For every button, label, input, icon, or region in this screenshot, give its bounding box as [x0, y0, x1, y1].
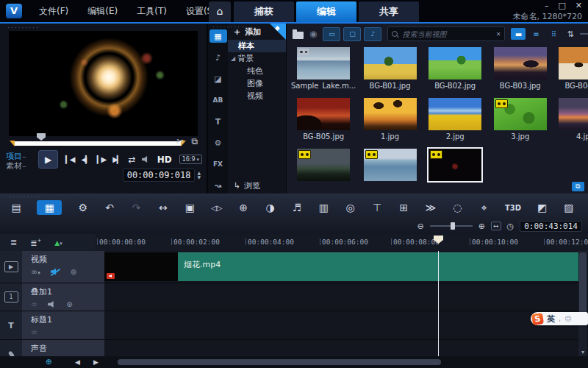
filter-audio-button[interactable]: ♪	[364, 27, 381, 41]
tree-item-background[interactable]: ◢ 背景	[228, 52, 286, 65]
video-track-icon[interactable]: ▶	[0, 251, 22, 283]
link-icon[interactable]: ∞	[31, 328, 37, 337]
scroll-right-button[interactable]: ▶	[93, 358, 98, 366]
track-mute-icon[interactable]	[51, 269, 60, 276]
overlay-track-icon[interactable]: 1	[0, 283, 22, 311]
nav-transition-icon[interactable]: ◪	[209, 72, 227, 85]
mode-project[interactable]: 项目	[6, 152, 22, 161]
enlarge-preview-icon[interactable]: ⧉	[191, 136, 198, 146]
library-item[interactable]	[357, 147, 423, 194]
tree-item-solid[interactable]: 纯色	[228, 65, 286, 77]
library-item[interactable]: BG-B02.jpg	[423, 46, 488, 96]
library-item[interactable]: Sample_Lake.m...	[290, 46, 357, 96]
scroll-down-icon[interactable]: ▾	[578, 349, 587, 355]
tab-share[interactable]: 共享	[359, 1, 419, 22]
tab-capture[interactable]: 捕获	[234, 1, 294, 22]
time-ruler[interactable]: 00:00:00:00 00:00:02:00 00:00:04:00 00:0…	[96, 234, 588, 252]
view-thumbnail-button[interactable]: ▬	[511, 28, 526, 40]
close-button[interactable]: ✕	[576, 1, 582, 10]
track-manager-button[interactable]: ≣	[10, 238, 17, 247]
fit-timeline-button[interactable]: ↔	[491, 222, 501, 230]
nav-filter-icon[interactable]: FX	[209, 158, 227, 171]
slider-thumb[interactable]	[451, 222, 455, 230]
loop-button[interactable]: ⇄	[129, 155, 135, 165]
link-icon[interactable]: ∞	[31, 300, 37, 309]
nav-media-icon[interactable]: ▦	[209, 29, 227, 43]
clip-body[interactable]: 烟花.mp4	[178, 252, 578, 281]
library-item[interactable]: BG-B04.jpg	[553, 46, 588, 96]
nav-overlay-icon[interactable]: AB	[209, 93, 227, 107]
timeline-zoom-slider[interactable]	[430, 225, 473, 227]
sogou-logo-icon[interactable]: S	[531, 313, 544, 325]
ripple-icon[interactable]: ⊛	[71, 268, 76, 276]
toolbox-button[interactable]: ⚙	[77, 202, 89, 213]
menu-edit[interactable]: 编辑(E)	[78, 5, 127, 18]
jump-start-button[interactable]: ▎◀	[65, 155, 74, 163]
ime-toolbar[interactable]: S 英 , ☺	[531, 312, 588, 325]
storyboard-view-button[interactable]: ▤	[10, 202, 22, 213]
vertical-scrollbar[interactable]: ▾	[578, 251, 587, 356]
library-item[interactable]: BG-B05.jpg	[290, 96, 357, 147]
duplicate-view-button[interactable]: ⧉	[572, 182, 584, 191]
scroll-left-button[interactable]: ◀	[75, 358, 80, 366]
clear-search-icon[interactable]: ✕	[496, 31, 501, 38]
split-button[interactable]: ◁▷	[211, 204, 223, 212]
redo-button[interactable]: ↷	[131, 202, 143, 213]
ripple-edit-button[interactable]: ▲▾	[54, 238, 62, 247]
subtitle-editor-button[interactable]: ⊤	[371, 202, 383, 213]
playhead-line[interactable]	[438, 251, 439, 356]
video-track-header[interactable]: 视频 ∞▾ ⊛	[22, 251, 104, 283]
tab-edit[interactable]: 编辑	[296, 1, 356, 22]
pin-corner-icon[interactable]	[270, 24, 286, 40]
nav-audio-icon[interactable]: ♪	[209, 51, 227, 64]
horizontal-scrollbar[interactable]	[118, 359, 441, 365]
add-track-button[interactable]: ≣+	[30, 238, 41, 248]
color-grade-button[interactable]: ◑	[265, 202, 276, 213]
tree-item-image[interactable]: 图像	[228, 77, 286, 90]
ime-language-mode[interactable]: 英	[547, 314, 555, 325]
volume-icon[interactable]	[142, 156, 150, 163]
speed-button[interactable]: ≫	[425, 202, 437, 213]
play-button[interactable]: ▶	[38, 150, 58, 169]
aspect-ratio-select[interactable]: 16:9 ▾	[179, 155, 202, 164]
mode-clip[interactable]: 素材	[6, 161, 22, 171]
split-clip-icon[interactable]: ✂	[176, 136, 184, 146]
library-item[interactable]: 4.jpg	[553, 96, 588, 147]
ripple-icon[interactable]: ⊛	[66, 300, 72, 308]
link-icon[interactable]: ∞▾	[31, 267, 40, 277]
tree-item-sample[interactable]: 样本	[228, 40, 286, 52]
seamless-transition-button[interactable]: ◎	[345, 202, 356, 213]
thumbnail-size-slider[interactable]	[580, 33, 588, 35]
screen-capture-button[interactable]: ▣	[184, 202, 196, 213]
mask-creator-button[interactable]: ◌	[451, 202, 463, 213]
trim-bar[interactable]	[15, 141, 181, 146]
title-track-lane[interactable]	[104, 311, 578, 339]
library-item[interactable]: BG-B01.jpg	[357, 46, 423, 96]
overlay-track-lane[interactable]	[104, 283, 578, 311]
search-input[interactable]	[401, 29, 492, 39]
nav-title-icon[interactable]: T	[209, 115, 227, 128]
next-frame-button[interactable]: ▎▶	[97, 155, 105, 163]
view-grid-button[interactable]: ⠿	[546, 28, 561, 40]
filter-video-button[interactable]: ▭	[323, 27, 340, 41]
menu-file[interactable]: 文件(F)	[29, 5, 78, 18]
ime-punct-icon[interactable]: ,	[559, 315, 561, 322]
view-list-button[interactable]: ≡	[528, 28, 543, 40]
import-disc-icon[interactable]: ◉	[309, 29, 317, 39]
library-item[interactable]: 2.jpg	[423, 96, 488, 147]
library-item[interactable]	[290, 147, 357, 194]
mask-frame-button[interactable]: ◩	[537, 202, 548, 213]
sort-button[interactable]: ⇅	[567, 29, 573, 39]
undo-button[interactable]: ↶	[104, 202, 115, 213]
timeline-view-button[interactable]: ▦	[37, 200, 62, 215]
overlay-track-header[interactable]: 叠加1 ∞ ⊛	[22, 283, 104, 311]
previous-frame-button[interactable]: ◀▎	[81, 155, 89, 163]
home-button[interactable]: ⌂	[209, 1, 231, 22]
jump-end-button[interactable]: ▶▎	[112, 155, 121, 163]
library-item[interactable]: 3.jpg	[487, 96, 553, 147]
insert-button[interactable]: ⊕	[237, 202, 249, 213]
timecode-spinner[interactable]: ▲ ▼	[197, 171, 201, 180]
motion-tracking-button[interactable]: ⌖	[478, 202, 490, 214]
minimize-button[interactable]: –	[545, 1, 549, 10]
title-track-icon[interactable]: T	[0, 311, 22, 339]
